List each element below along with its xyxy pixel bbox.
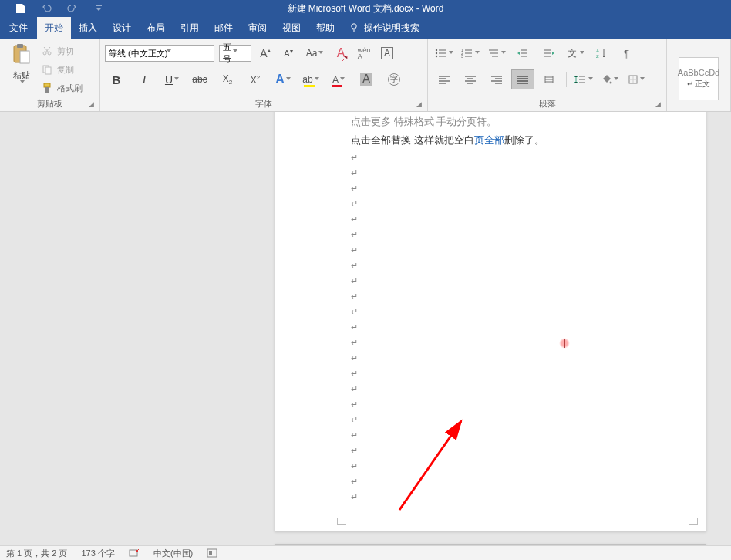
quick-access-toolbar	[0, 2, 105, 15]
tell-me-search[interactable]: 操作说明搜索	[349, 22, 419, 35]
increase-indent-button[interactable]	[537, 43, 561, 63]
font-size-value: 五号	[223, 42, 234, 65]
paste-label: 粘贴	[13, 69, 30, 81]
dialog-launcher-icon[interactable]: ◢	[89, 100, 98, 110]
highlight-button[interactable]: ab	[299, 69, 322, 89]
svg-rect-25	[209, 551, 212, 555]
multilevel-list-button[interactable]	[485, 43, 508, 63]
copy-button[interactable]: 复制	[42, 62, 83, 77]
tab-review[interactable]: 审阅	[241, 17, 275, 39]
format-painter-icon	[42, 83, 52, 93]
tab-help[interactable]: 帮助	[308, 17, 342, 39]
separator	[566, 72, 567, 87]
macro-recording-icon[interactable]	[207, 548, 217, 558]
save-icon[interactable]	[14, 2, 26, 15]
text-effects-button[interactable]: A	[271, 69, 295, 89]
superscript-button[interactable]: X2	[244, 69, 267, 89]
window-title: 新建 Microsoft Word 文档.docx - Word	[288, 2, 444, 15]
strikethrough-button[interactable]: abc	[188, 69, 211, 89]
document-area[interactable]: 点击更多 特殊格式 手动分页符。 点击全部替换 这样就把空白页全部删除了。 ↵↵…	[0, 112, 731, 545]
font-size-select[interactable]: 五号	[219, 45, 251, 62]
redo-icon[interactable]	[66, 2, 79, 15]
group-styles: AaBbCcDd ↵ 正文	[667, 39, 731, 111]
borders-button[interactable]	[625, 69, 648, 89]
shading-button[interactable]	[598, 69, 622, 89]
align-left-button[interactable]	[433, 69, 456, 89]
undo-icon[interactable]	[40, 2, 52, 15]
font-color-button[interactable]: A	[327, 69, 350, 89]
tab-design[interactable]: 设计	[105, 17, 139, 39]
asian-layout-button[interactable]: 文	[564, 43, 587, 63]
svg-point-20	[610, 82, 612, 84]
text-cursor-icon	[559, 338, 570, 349]
tab-layout[interactable]: 布局	[139, 17, 173, 39]
change-case-button[interactable]: Aa	[302, 43, 327, 63]
enclose-characters-button[interactable]: 字	[382, 69, 406, 89]
qat-customize-icon[interactable]	[93, 2, 105, 15]
tab-mailings[interactable]: 邮件	[207, 17, 241, 39]
dialog-launcher-icon[interactable]: ◢	[416, 100, 426, 110]
font-name-value: 等线 (中文正文)	[109, 48, 167, 59]
font-name-select[interactable]: 等线 (中文正文)	[105, 45, 214, 62]
copy-icon	[42, 64, 52, 75]
line-spacing-button[interactable]	[572, 69, 595, 89]
page-1[interactable]: 点击更多 特殊格式 手动分页符。 点击全部替换 这样就把空白页全部删除了。 ↵↵…	[275, 112, 706, 531]
character-border-button[interactable]: A	[378, 43, 396, 63]
group-font: 等线 (中文正文) 五号 A▴ A▾ Aa A wénA A B I U abc	[100, 39, 428, 111]
align-center-button[interactable]	[459, 69, 482, 89]
svg-rect-2	[17, 44, 23, 48]
svg-line-22	[399, 421, 461, 510]
document-text[interactable]: 点击更多 特殊格式 手动分页符。 点击全部替换 这样就把空白页全部删除了。	[351, 113, 690, 150]
tab-view[interactable]: 视图	[275, 17, 308, 39]
align-justify-button[interactable]	[511, 69, 534, 89]
phonetic-guide-button[interactable]: wénA	[355, 43, 373, 63]
chevron-down-icon	[233, 49, 237, 52]
svg-point-12	[436, 56, 437, 57]
ribbon: 粘贴 剪切 复制 格式刷 剪贴板 ◢	[0, 39, 731, 112]
svg-text:文: 文	[568, 48, 577, 59]
numbered-list-button[interactable]: 123	[459, 43, 482, 63]
underline-button[interactable]: U	[160, 69, 184, 89]
dropdown-caret-icon	[20, 80, 25, 83]
svg-text:3: 3	[461, 54, 463, 59]
bullet-list-button[interactable]	[433, 43, 456, 63]
tab-insert[interactable]: 插入	[71, 17, 105, 39]
subscript-button[interactable]: X2	[216, 69, 239, 89]
shrink-font-button[interactable]: A▾	[279, 43, 298, 63]
align-right-button[interactable]	[485, 69, 508, 89]
italic-button[interactable]: I	[133, 69, 156, 89]
bold-button[interactable]: B	[105, 69, 128, 89]
svg-text:A: A	[596, 49, 599, 53]
status-language[interactable]: 中文(中国)	[153, 548, 193, 559]
clear-formatting-button[interactable]: A	[332, 43, 350, 63]
sort-button[interactable]: AZ	[590, 43, 613, 63]
paste-button[interactable]: 粘贴	[5, 42, 39, 96]
chevron-down-icon	[167, 49, 171, 52]
status-word-count[interactable]: 173 个字	[81, 548, 114, 559]
show-hide-marks-button[interactable]: ¶	[616, 43, 639, 63]
format-painter-button[interactable]: 格式刷	[42, 80, 83, 96]
spellcheck-icon[interactable]	[129, 548, 140, 558]
style-normal[interactable]: AaBbCcDd ↵ 正文	[679, 57, 719, 100]
distributed-button[interactable]	[537, 69, 561, 89]
grow-font-button[interactable]: A▴	[256, 43, 275, 63]
svg-rect-3	[20, 51, 29, 63]
doc-link[interactable]: 页全部	[474, 134, 504, 146]
doc-line-2: 点击全部替换 这样就把空白页全部删除了。	[351, 131, 690, 150]
tab-references[interactable]: 引用	[173, 17, 207, 39]
paragraph-marks: ↵↵↵↵↵↵↵↵↵↵↵↵↵↵↵↵↵↵↵↵↵↵↵	[351, 150, 358, 504]
tab-file[interactable]: 文件	[0, 17, 37, 39]
svg-rect-7	[45, 67, 51, 74]
dialog-launcher-icon[interactable]: ◢	[655, 100, 665, 110]
scissors-icon	[42, 46, 52, 56]
margin-marker	[337, 518, 346, 525]
cut-button[interactable]: 剪切	[42, 43, 83, 59]
decrease-indent-button[interactable]	[511, 43, 534, 63]
character-shading-button[interactable]: A	[355, 69, 378, 89]
status-page-info[interactable]: 第 1 页，共 2 页	[6, 548, 67, 559]
group-clipboard: 粘贴 剪切 复制 格式刷 剪贴板 ◢	[0, 39, 100, 111]
style-preview-chars: AaBbCcDd	[678, 68, 719, 77]
tab-home[interactable]: 开始	[37, 17, 71, 39]
cut-label: 剪切	[57, 46, 74, 57]
copy-label: 复制	[57, 64, 74, 76]
